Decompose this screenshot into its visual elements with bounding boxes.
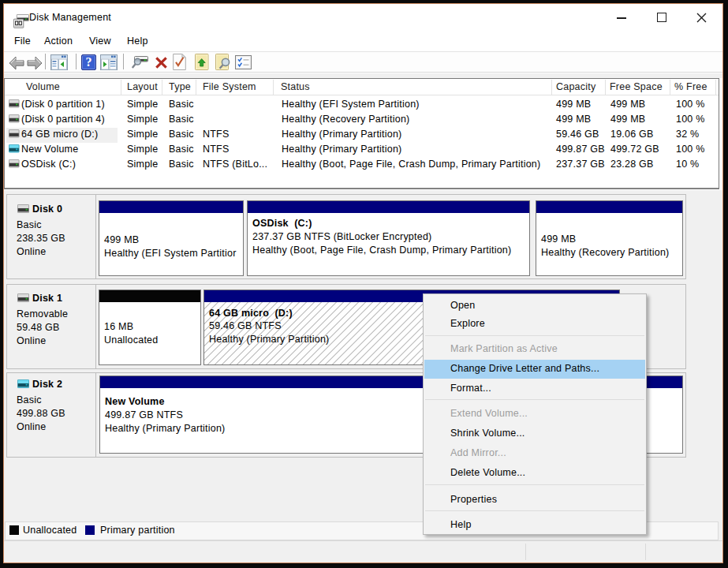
svg-text:?: ? bbox=[85, 55, 91, 69]
